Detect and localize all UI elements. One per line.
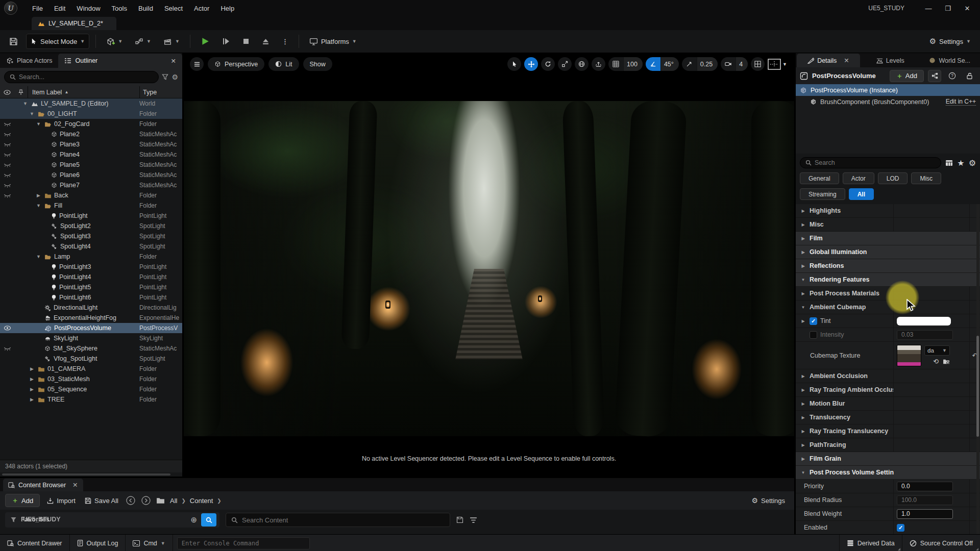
expand-arrow-icon[interactable]: ▶	[29, 397, 35, 402]
visibility-toggle[interactable]	[0, 142, 14, 147]
content-search-input[interactable]: Search Content	[226, 513, 450, 527]
expand-arrow-icon[interactable]: ▶	[800, 264, 806, 268]
eject-button[interactable]	[258, 34, 274, 49]
menu-item-actor[interactable]: Actor	[188, 0, 215, 16]
unreal-logo-icon[interactable]: U	[4, 2, 17, 15]
forward-button[interactable]	[141, 495, 151, 506]
display-options-icon[interactable]	[945, 160, 953, 166]
outliner-row[interactable]: Plane7StaticMeshAc	[0, 180, 182, 190]
level-tab[interactable]: LV_SAMPLE_D_2*	[32, 17, 116, 30]
close-button[interactable]: ✕	[959, 2, 976, 15]
tab-outliner[interactable]: Outliner ✕	[58, 54, 182, 68]
show-dropdown[interactable]: Show	[303, 57, 332, 71]
filter-chip-misc[interactable]: Misc	[911, 172, 941, 184]
visibility-toggle[interactable]	[0, 325, 14, 331]
save-all-button[interactable]: Save All	[83, 497, 120, 505]
maximize-button[interactable]: ❒	[939, 2, 957, 15]
tab-world-settings[interactable]: World Se...	[920, 54, 979, 67]
lit-mode-dropdown[interactable]: Lit	[268, 57, 299, 71]
menu-item-window[interactable]: Window	[71, 0, 106, 16]
menu-item-edit[interactable]: Edit	[48, 0, 71, 16]
checkbox[interactable]	[810, 331, 817, 339]
component-hierarchy-button[interactable]	[928, 70, 941, 82]
value-input[interactable]: 0.03	[897, 330, 953, 340]
expand-arrow-icon[interactable]: ▶	[800, 415, 806, 420]
outliner-row[interactable]: ▶05_SequenceFolder	[0, 384, 182, 394]
visibility-toggle[interactable]	[0, 132, 14, 137]
output-log-button[interactable]: Output Log	[70, 535, 126, 551]
details-section-ray-tracing-ambient-occlusion[interactable]: ▶Ray Tracing Ambient Occlusion	[796, 383, 980, 397]
filter-chip-lod[interactable]: LOD	[878, 172, 908, 184]
viewport-menu-button[interactable]	[190, 57, 204, 71]
menu-item-file[interactable]: File	[27, 0, 48, 16]
expand-arrow-icon[interactable]: ▼	[35, 121, 42, 127]
play-button[interactable]	[197, 34, 214, 49]
level-viewport[interactable]: Perspective Lit Show	[184, 53, 794, 477]
expand-arrow-icon[interactable]: ▼	[800, 470, 806, 475]
viewport-layout-button[interactable]	[751, 57, 765, 71]
derived-data-button[interactable]: Derived Data	[839, 535, 902, 551]
cubemap-asset-dropdown[interactable]: da▼	[924, 345, 950, 356]
menu-item-help[interactable]: Help	[215, 0, 240, 16]
expand-arrow-icon[interactable]: ▶	[29, 377, 35, 382]
visibility-column-icon[interactable]	[0, 90, 14, 95]
save-button[interactable]	[5, 34, 22, 49]
outliner-settings-icon[interactable]: ⚙	[172, 73, 178, 81]
checkbox[interactable]: ✓	[810, 317, 817, 325]
browse-to-asset-icon[interactable]	[943, 359, 950, 364]
camera-speed-value[interactable]: 4	[736, 57, 748, 71]
source-control-button[interactable]: Source Control Off	[902, 535, 980, 551]
details-section-pathtracing[interactable]: ▶PathTracing	[796, 438, 980, 452]
visibility-toggle[interactable]	[0, 346, 14, 351]
expand-arrow-icon[interactable]: ▶	[800, 222, 806, 227]
edit-in-cpp-link[interactable]: Edit in C++	[946, 98, 976, 106]
outliner-row[interactable]: ▼LampFolder	[0, 252, 182, 262]
visibility-toggle[interactable]	[0, 183, 14, 188]
outliner-row[interactable]: PostProcessVolumePostProcessV	[0, 323, 182, 333]
outliner-row[interactable]: SkyLightSkyLight	[0, 333, 182, 343]
pin-column-icon[interactable]	[14, 89, 28, 95]
property-row-priority[interactable]: Priority0.0	[796, 480, 980, 493]
filter-icon[interactable]	[162, 74, 168, 80]
settings-dropdown[interactable]: ⚙ Settings ▼	[925, 34, 975, 49]
back-button[interactable]	[126, 495, 136, 506]
expand-arrow-icon[interactable]: ▼	[800, 278, 806, 282]
property-row-enabled[interactable]: Enabled✓	[796, 521, 980, 534]
outliner-row[interactable]: PointLightPointLight	[0, 211, 182, 221]
outliner-row[interactable]: DirectionalLightDirectionalLig	[0, 303, 182, 313]
grid-snap-value[interactable]: 100	[623, 57, 643, 71]
outliner-row[interactable]: SpotLight3SpotLight	[0, 231, 182, 241]
close-tab-icon[interactable]: ✕	[171, 57, 176, 65]
outliner-row[interactable]: Plane2StaticMeshAc	[0, 129, 182, 139]
tab-content-browser[interactable]: Content Browser ✕	[3, 479, 83, 491]
grid-snap-control[interactable]: 100	[608, 57, 643, 71]
tab-details[interactable]: Details ✕	[797, 54, 860, 67]
details-search-input[interactable]: Search	[800, 157, 941, 168]
outliner-row[interactable]: ▶03_StaticMeshFolder	[0, 374, 182, 384]
outliner-row[interactable]: Plane4StaticMeshAc	[0, 149, 182, 160]
property-row-tint[interactable]: ▶✓Tint	[796, 314, 980, 328]
expand-arrow-icon[interactable]: ▶	[800, 429, 806, 434]
property-row-blend-weight[interactable]: Blend Weight1.0	[796, 507, 980, 521]
sources-filter-box[interactable]: FavoritesUE5_STUDY ⊕	[5, 512, 219, 528]
expand-arrow-icon[interactable]: ▶	[800, 236, 806, 241]
help-icon[interactable]: ?	[945, 70, 959, 82]
expand-arrow-icon[interactable]: ▶	[35, 193, 42, 198]
lock-icon[interactable]	[963, 70, 976, 82]
outliner-row[interactable]: ExponentialHeightFogExponentialHe	[0, 313, 182, 323]
rotation-snap-value[interactable]: 45°	[660, 57, 679, 71]
scale-tool-button[interactable]	[558, 57, 572, 71]
minimize-button[interactable]: —	[920, 2, 937, 15]
filter-chip-all[interactable]: All	[849, 188, 874, 200]
outliner-hscrollbar[interactable]	[0, 472, 182, 477]
outliner-row[interactable]: ▼FillFolder	[0, 201, 182, 211]
find-in-content-button[interactable]	[201, 513, 216, 527]
outliner-row[interactable]: ▶01_CAMERAFolder	[0, 364, 182, 374]
console-command-input[interactable]: Enter Console Command	[177, 537, 310, 549]
outliner-row[interactable]: SpotLight2SpotLight	[0, 221, 182, 231]
filter-options-icon[interactable]	[470, 517, 477, 523]
outliner-search-input[interactable]: Search...	[4, 71, 159, 83]
details-section-translucency[interactable]: ▶Translucency	[796, 411, 980, 424]
outliner-row[interactable]: PointLight4PointLight	[0, 272, 182, 282]
value-input[interactable]: 100.0	[897, 495, 953, 505]
